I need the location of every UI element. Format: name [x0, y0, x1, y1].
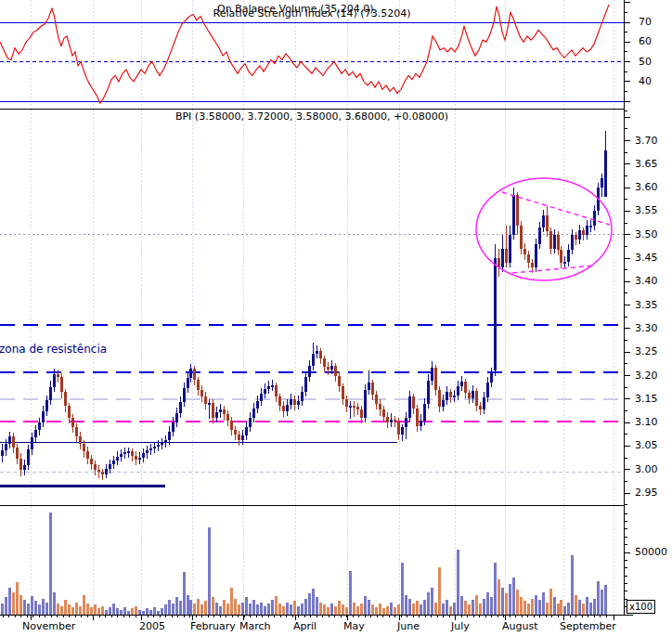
rsi-axis-label: 40	[639, 76, 652, 87]
price-axis-label: 3.10	[635, 417, 658, 428]
month-label: April	[293, 621, 317, 632]
rsi-panel-title: Relative Strength Index (14) (73.5204) O…	[0, 3, 624, 15]
rsi-axis-label: 60	[639, 36, 652, 47]
month-label: September	[560, 621, 616, 632]
month-label: August	[502, 621, 538, 632]
resistance-zone-annotation: zona de resistência	[0, 343, 107, 356]
month-label: November	[22, 621, 75, 632]
price-axis-label: 3.65	[635, 159, 658, 170]
obv-title-text: On Balance Volume (35,204.0)	[217, 3, 373, 15]
chart-application-window: Relative Strength Index (14) (73.5204) O…	[0, 0, 672, 636]
price-axis-label: 3.70	[635, 136, 658, 147]
month-label: May	[343, 621, 365, 632]
month-label: June	[397, 621, 420, 632]
price-axis-label: 3.20	[635, 370, 658, 382]
price-axis-label: 3.60	[635, 182, 658, 193]
month-label: July	[451, 621, 470, 632]
volume-unit-badge: x100	[627, 600, 655, 614]
volume-axis-label: 50000	[635, 547, 667, 558]
price-axis-label: 3.50	[635, 229, 658, 240]
rsi-axis-label: 70	[639, 17, 652, 28]
price-axis-label: 3.55	[635, 205, 658, 216]
price-axis-label: 3.25	[635, 346, 658, 357]
price-axis-label: 2.95	[635, 487, 658, 499]
price-axis-label: 3.40	[635, 276, 658, 287]
price-axis-label: 3.30	[635, 323, 658, 334]
price-axis-label: 3.15	[635, 394, 658, 405]
price-panel-title: BPI (3.58000, 3.72000, 3.58000, 3.68000,…	[0, 110, 624, 123]
price-axis-label: 3.05	[635, 440, 658, 451]
price-axis-label: 3.00	[635, 464, 658, 475]
price-axis-label: 3.45	[635, 253, 658, 264]
month-label: 2005	[139, 621, 165, 632]
price-axis-label: 3.35	[635, 300, 658, 311]
month-label: February	[190, 621, 236, 632]
chart-canvas	[0, 0, 672, 636]
month-label: March	[239, 621, 271, 632]
rsi-axis-label: 50	[639, 57, 652, 68]
